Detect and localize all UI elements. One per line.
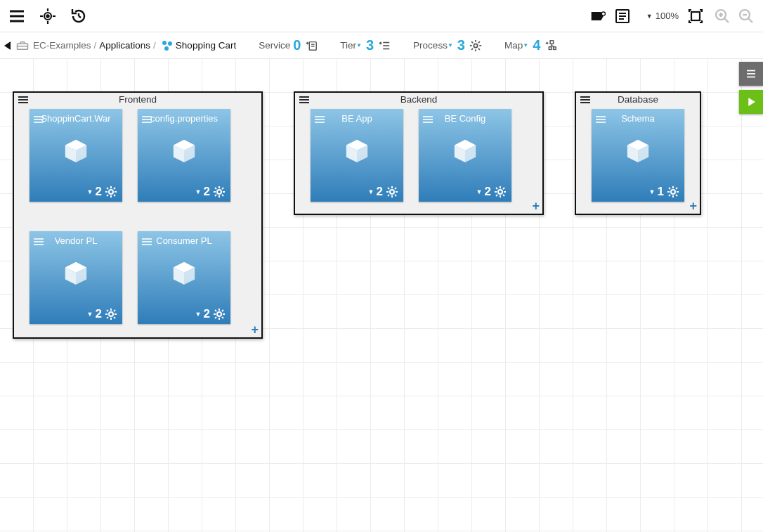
svg-line-73 xyxy=(107,188,108,189)
component-card[interactable]: ShoppinCart.War ▼2 xyxy=(30,109,122,202)
card-count: 2 xyxy=(96,307,102,321)
card-menu-icon[interactable] xyxy=(423,113,433,126)
fit-screen-icon[interactable] xyxy=(684,5,707,27)
card-menu-icon[interactable] xyxy=(315,113,325,126)
caret-icon: ▼ xyxy=(523,42,528,48)
menu-icon[interactable] xyxy=(6,5,28,27)
svg-point-83 xyxy=(217,190,221,194)
breadcrumb-mid[interactable]: Applications xyxy=(99,40,150,51)
svg-rect-47 xyxy=(550,40,554,44)
back-icon[interactable] xyxy=(4,41,11,50)
svg-line-119 xyxy=(222,317,223,318)
svg-point-146 xyxy=(498,190,502,194)
refresh-icon[interactable] xyxy=(67,5,90,27)
component-card[interactable]: Consumer PL ▼2 xyxy=(138,231,230,324)
svg-line-103 xyxy=(107,310,108,311)
svg-point-27 xyxy=(168,41,172,46)
svg-marker-58 xyxy=(748,98,755,106)
tier-add-icon[interactable]: + xyxy=(532,200,540,212)
caret-icon: ▼ xyxy=(448,42,453,48)
svg-rect-16 xyxy=(691,12,700,20)
card-menu-icon[interactable] xyxy=(596,113,606,126)
svg-line-76 xyxy=(107,195,108,196)
card-menu-icon[interactable] xyxy=(142,235,152,248)
card-count: 2 xyxy=(96,185,102,199)
svg-line-172 xyxy=(669,195,670,196)
svg-line-10 xyxy=(79,16,81,18)
design-canvas[interactable]: Frontend ShoppinCart.War ▼2 config.prope… xyxy=(0,59,763,532)
svg-line-88 xyxy=(215,188,216,189)
stat-map[interactable]: Map ▼ 4 xyxy=(504,37,557,53)
svg-line-136 xyxy=(388,188,389,189)
tier-title: Frontend xyxy=(119,94,157,105)
stat-label: Process xyxy=(413,40,448,51)
component-card[interactable]: config.properties ▼2 xyxy=(138,109,230,202)
card-menu-icon[interactable] xyxy=(142,113,152,126)
svg-line-106 xyxy=(107,317,108,318)
tier-frontend[interactable]: Frontend ShoppinCart.War ▼2 config.prope… xyxy=(13,91,263,339)
svg-line-74 xyxy=(114,195,115,196)
caret-icon: ▼ xyxy=(356,42,362,48)
stat-count: 4 xyxy=(533,37,540,53)
card-count: 1 xyxy=(658,185,664,199)
svg-point-164 xyxy=(671,190,675,194)
breadcrumb-sep: / xyxy=(153,40,156,51)
briefcase-icon xyxy=(16,41,29,51)
component-card[interactable]: Vendor PL ▼2 xyxy=(30,231,122,324)
zoom-caret-icon[interactable]: ▼ xyxy=(646,13,653,20)
add-map-icon[interactable] xyxy=(544,39,557,52)
add-tier-icon[interactable] xyxy=(378,39,391,52)
cube-icon xyxy=(138,259,230,289)
component-card[interactable]: Schema ▼1 xyxy=(592,109,684,202)
breadcrumb-root[interactable]: EC-Examples xyxy=(33,40,91,51)
card-menu-icon[interactable] xyxy=(34,113,44,126)
svg-line-171 xyxy=(676,188,677,189)
svg-point-26 xyxy=(162,41,167,45)
svg-point-113 xyxy=(217,312,221,316)
component-card[interactable]: BE Config ▼2 xyxy=(419,109,511,202)
svg-line-152 xyxy=(503,195,504,196)
svg-line-52 xyxy=(552,46,555,47)
tier-backend[interactable]: Backend BE App ▼2 BE Config ▼2 + xyxy=(294,91,544,215)
tier-menu-icon[interactable] xyxy=(580,96,590,106)
gear-icon[interactable] xyxy=(469,39,482,52)
breadcrumb-leaf[interactable]: Shopping Cart xyxy=(176,40,236,51)
top-toolbar: ▼ 100% xyxy=(0,0,763,32)
tier-menu-icon[interactable] xyxy=(18,96,28,106)
card-count: 2 xyxy=(204,185,210,199)
svg-line-169 xyxy=(669,188,670,189)
zoom-in-icon[interactable] xyxy=(711,5,733,27)
tier-title: Backend xyxy=(400,94,438,105)
card-menu-icon[interactable] xyxy=(34,235,44,248)
cube-icon xyxy=(311,137,403,167)
component-card[interactable]: BE App ▼2 xyxy=(311,109,403,202)
stat-tier[interactable]: Tier ▼ 3 xyxy=(340,37,391,53)
stat-service[interactable]: Service 0 xyxy=(259,37,318,53)
tier-database[interactable]: Database Schema ▼1 + xyxy=(575,91,701,215)
notes-icon[interactable] xyxy=(611,5,634,27)
zoom-out-icon[interactable] xyxy=(735,5,757,27)
flag-icon[interactable] xyxy=(590,5,607,27)
svg-point-11 xyxy=(601,12,605,15)
side-menu-button[interactable] xyxy=(739,62,763,86)
zoom-level[interactable]: 100% xyxy=(656,11,679,21)
stat-count: 0 xyxy=(293,37,301,53)
locate-icon[interactable] xyxy=(37,5,59,27)
breadcrumb-bar: EC-Examples / Applications / Shopping Ca… xyxy=(0,32,763,59)
run-button[interactable] xyxy=(739,90,763,114)
tier-add-icon[interactable]: + xyxy=(251,323,259,336)
stat-process[interactable]: Process ▼ 3 xyxy=(413,37,482,53)
svg-line-18 xyxy=(724,18,729,22)
add-service-icon[interactable] xyxy=(305,39,318,52)
stat-count: 3 xyxy=(457,37,465,53)
cube-icon xyxy=(30,259,122,289)
stat-label: Service xyxy=(259,40,290,51)
svg-point-28 xyxy=(164,46,169,51)
svg-rect-49 xyxy=(554,46,556,49)
tier-menu-icon[interactable] xyxy=(299,96,309,106)
tier-add-icon[interactable]: + xyxy=(689,200,697,212)
svg-line-45 xyxy=(478,41,480,43)
svg-point-98 xyxy=(109,312,113,316)
svg-line-137 xyxy=(395,195,396,196)
svg-line-154 xyxy=(496,195,497,196)
